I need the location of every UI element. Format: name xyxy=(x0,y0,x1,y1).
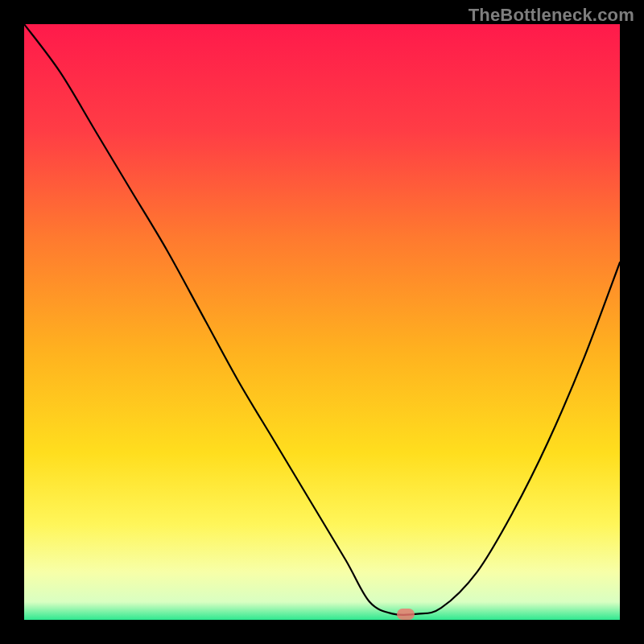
figure-frame: TheBottleneck.com xyxy=(0,0,644,644)
watermark-text: TheBottleneck.com xyxy=(469,5,634,26)
plot-area xyxy=(24,24,620,620)
gradient-background xyxy=(24,24,620,620)
chart-svg xyxy=(24,24,620,620)
optimal-marker xyxy=(397,609,415,620)
